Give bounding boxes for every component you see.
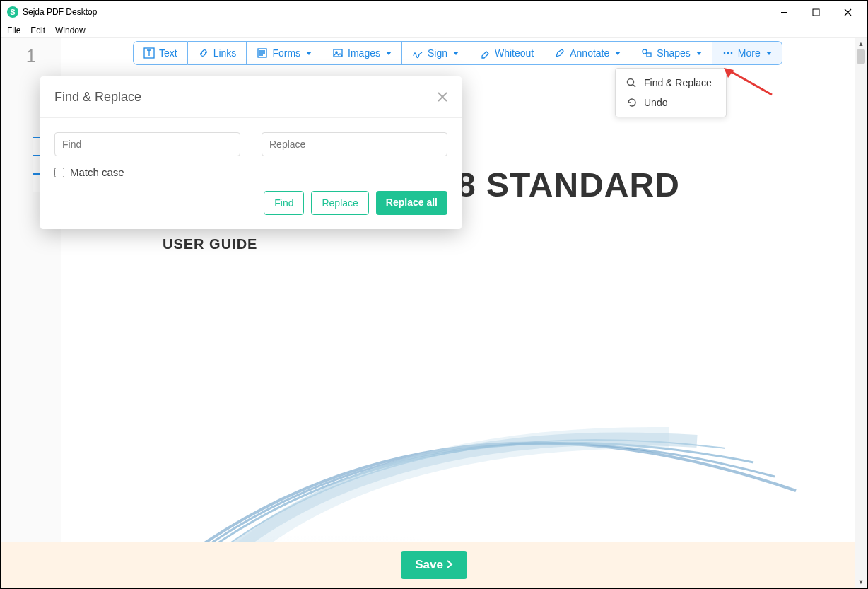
dialog-header: Find & Replace	[40, 76, 462, 118]
app-title: Sejda PDF Desktop	[23, 7, 97, 17]
document-title: 8 STANDARD	[457, 165, 680, 204]
close-icon	[438, 92, 447, 102]
svg-point-15	[727, 52, 729, 54]
image-icon	[332, 47, 344, 59]
tool-shapes[interactable]: Shapes	[631, 41, 712, 65]
find-button[interactable]: Find	[264, 191, 304, 215]
tool-more[interactable]: More	[712, 41, 782, 65]
dropdown-undo[interactable]: Undo	[616, 93, 726, 112]
svg-point-16	[730, 52, 732, 54]
caret-down-icon	[615, 52, 621, 55]
window-controls	[768, 2, 864, 22]
toolbar: Text Links Forms Images Sign Whiteout An…	[133, 41, 782, 65]
eraser-icon	[479, 47, 491, 59]
tool-images[interactable]: Images	[322, 41, 402, 65]
tool-text[interactable]: Text	[133, 41, 188, 65]
more-icon	[722, 47, 734, 59]
svg-point-14	[723, 52, 725, 54]
undo-icon	[626, 97, 637, 108]
find-input[interactable]	[54, 132, 240, 156]
more-dropdown: Find & Replace Undo	[615, 68, 727, 117]
save-button[interactable]: Save	[401, 551, 467, 579]
match-case-checkbox[interactable]	[54, 168, 64, 177]
menu-edit[interactable]: Edit	[30, 25, 45, 35]
match-case-row[interactable]: Match case	[54, 166, 447, 178]
replace-button[interactable]: Replace	[311, 191, 368, 215]
caret-down-icon	[386, 52, 392, 55]
scroll-down-arrow[interactable]: ▼	[855, 576, 867, 588]
dialog-title: Find & Replace	[54, 90, 141, 105]
replace-all-button[interactable]: Replace all	[376, 191, 447, 215]
save-bar: Save	[1, 542, 867, 588]
shapes-icon	[641, 47, 652, 59]
svg-rect-1	[813, 9, 819, 16]
svg-rect-10	[334, 49, 342, 57]
svg-line-19	[729, 71, 772, 95]
svg-rect-13	[647, 53, 651, 57]
close-button[interactable]	[832, 2, 864, 22]
caret-down-icon	[306, 52, 312, 55]
text-icon	[143, 47, 155, 59]
tool-whiteout[interactable]: Whiteout	[469, 41, 544, 65]
forms-icon	[257, 47, 268, 59]
caret-down-icon	[766, 52, 772, 55]
match-case-label: Match case	[70, 166, 124, 178]
search-icon	[626, 77, 637, 88]
caret-down-icon	[453, 52, 459, 55]
menubar: File Edit Window	[1, 23, 867, 38]
scroll-up-arrow[interactable]: ▲	[855, 38, 867, 49]
svg-point-12	[643, 49, 647, 54]
minimize-button[interactable]	[768, 2, 800, 22]
maximize-button[interactable]	[800, 2, 832, 22]
scroll-thumb[interactable]	[857, 49, 865, 64]
tool-forms[interactable]: Forms	[247, 41, 322, 65]
tool-links[interactable]: Links	[188, 41, 247, 65]
tool-sign[interactable]: Sign	[402, 41, 469, 65]
decorative-swirl-graphic	[103, 349, 810, 576]
content-area: 1 8 STANDARD USER GUIDE Text	[1, 38, 867, 588]
arrow-annotation	[724, 68, 773, 96]
page-number: 1	[1, 45, 61, 67]
replace-input[interactable]	[262, 132, 447, 156]
menu-window[interactable]: Window	[55, 25, 86, 35]
sign-icon	[412, 47, 423, 59]
tool-annotate[interactable]: Annotate	[544, 41, 631, 65]
dropdown-find-replace[interactable]: Find & Replace	[616, 73, 726, 93]
annotate-icon	[554, 47, 565, 59]
chevron-right-icon	[446, 559, 453, 571]
dialog-close-button[interactable]	[438, 88, 447, 106]
svg-line-18	[633, 85, 635, 87]
app-icon: S	[7, 6, 18, 18]
menu-file[interactable]: File	[7, 25, 20, 35]
vertical-scrollbar[interactable]: ▲ ▼	[855, 38, 867, 588]
titlebar: S Sejda PDF Desktop	[1, 1, 867, 23]
caret-down-icon	[696, 52, 702, 55]
link-icon	[198, 47, 209, 59]
find-replace-dialog: Find & Replace Match case Find Replace R…	[40, 76, 462, 229]
svg-point-17	[628, 79, 634, 86]
document-subtitle: USER GUIDE	[163, 236, 257, 252]
